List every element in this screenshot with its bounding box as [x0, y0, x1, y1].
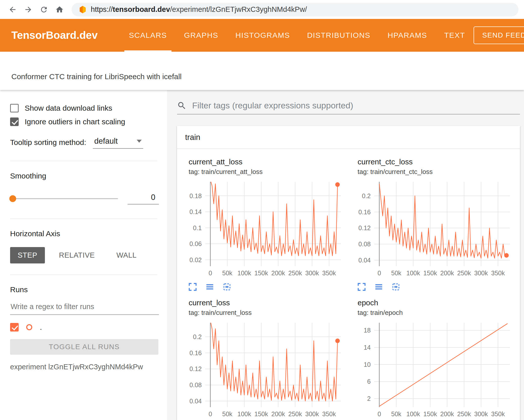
svg-text:100k: 100k [406, 269, 420, 277]
runs-filter-input[interactable] [10, 301, 159, 315]
show-download-links-checkbox[interactable] [10, 104, 19, 112]
flush-lines-icon[interactable] [205, 282, 216, 291]
svg-text:300k: 300k [305, 410, 319, 417]
tab-scalars[interactable]: SCALARS [120, 19, 176, 52]
svg-text:0.16: 0.16 [189, 349, 202, 356]
line-chart-epoch[interactable]: 26101418050k100k150k200k250k300k350k [351, 319, 518, 420]
reload-icon[interactable] [37, 3, 51, 17]
tab-graphs[interactable]: GRAPHS [176, 19, 227, 52]
line-chart-current-ctc-loss[interactable]: 0.040.080.120.160.2050k100k150k200k250k3… [351, 178, 518, 279]
show-download-links-label: Show data download links [25, 104, 112, 112]
main-content: train current_att_loss tag: train/curren… [167, 90, 524, 420]
svg-text:0: 0 [377, 269, 381, 277]
train-card-header[interactable]: train [177, 126, 520, 149]
back-icon[interactable] [6, 3, 20, 17]
tab-hparams[interactable]: HPARAMS [379, 19, 436, 52]
svg-text:300k: 300k [474, 410, 488, 417]
url-scheme: https:// [91, 5, 113, 13]
tensorboard-logo: TensorBoard.dev [11, 29, 98, 41]
toggle-all-runs-button[interactable]: TOGGLE ALL RUNS [10, 339, 158, 355]
svg-text:250k: 250k [457, 410, 471, 417]
svg-text:0.04: 0.04 [189, 398, 202, 405]
send-feedback-button[interactable]: SEND FEEDBACK [474, 26, 524, 44]
smoothing-slider-knob[interactable] [9, 195, 16, 202]
tab-text[interactable]: TEXT [436, 19, 474, 52]
svg-text:350k: 350k [491, 269, 505, 277]
chart-toolbar [357, 282, 518, 291]
horizontal-axis-label: Horizontal Axis [10, 229, 159, 238]
url-path: /experiment/lzGnETjwRxC3yghNMd4kPw/ [170, 5, 307, 13]
svg-text:150k: 150k [423, 410, 437, 417]
tab-distributions[interactable]: DISTRIBUTIONS [299, 19, 379, 52]
chart-toolbar [188, 282, 350, 291]
smoothing-value-field[interactable]: 0 [128, 193, 159, 204]
settings-sidebar: Show data download links Ignore outliers… [0, 90, 167, 420]
horizontal-axis-buttons: STEP RELATIVE WALL [10, 247, 159, 263]
url-domain: tensorboard.dev [113, 5, 170, 13]
flush-lines-icon[interactable] [374, 282, 385, 291]
nav-tabs: SCALARS GRAPHS HISTOGRAMS DISTRIBUTIONS … [120, 19, 474, 52]
run-row: . [10, 323, 159, 332]
run-checkbox[interactable] [10, 323, 19, 332]
svg-text:100k: 100k [406, 410, 420, 417]
runs-label: Runs [10, 285, 159, 294]
divider [10, 219, 157, 219]
svg-text:200k: 200k [271, 410, 285, 417]
tooltip-sorting-row: Tooltip sorting method: default [10, 137, 159, 149]
chart-block-current-ctc-loss: current_ctc_loss tag: train/current_ctc_… [350, 158, 518, 291]
svg-text:250k: 250k [288, 269, 302, 277]
line-chart-current-loss[interactable]: 0.040.080.120.160.2050k100k150k200k250k3… [182, 319, 350, 420]
fit-domain-icon[interactable] [222, 282, 233, 291]
svg-text:100k: 100k [238, 410, 251, 417]
svg-text:0: 0 [377, 410, 381, 417]
search-icon [177, 101, 187, 110]
smoothing-slider-row: 0 [10, 193, 159, 204]
chart-tag: tag: train/current_loss [189, 309, 350, 317]
ignore-outliers-row: Ignore outliers in chart scaling [10, 117, 159, 126]
svg-text:50k: 50k [222, 269, 232, 277]
axis-step-button[interactable]: STEP [10, 247, 45, 263]
svg-text:200k: 200k [440, 269, 454, 277]
ignore-outliers-checkbox[interactable] [10, 117, 19, 126]
chevron-down-icon [137, 140, 142, 143]
tensorboard-favicon [79, 6, 87, 14]
tooltip-sorting-value: default [94, 137, 118, 146]
experiment-bar: Conformer CTC training for LibriSpeech w… [0, 52, 524, 90]
home-icon[interactable] [52, 3, 67, 17]
divider [10, 275, 157, 275]
svg-text:2: 2 [367, 395, 371, 402]
run-color-swatch[interactable] [26, 324, 32, 330]
svg-text:10: 10 [364, 361, 371, 368]
svg-text:250k: 250k [288, 410, 302, 417]
fullscreen-icon[interactable] [188, 282, 199, 291]
chart-title: current_loss [189, 298, 350, 307]
tooltip-sorting-dropdown[interactable]: default [93, 137, 143, 149]
run-name: . [40, 323, 42, 332]
filter-tags-input[interactable] [192, 101, 520, 110]
show-download-links-row: Show data download links [10, 104, 159, 112]
app-header: TensorBoard.dev SCALARS GRAPHS HISTOGRAM… [0, 19, 524, 52]
address-bar[interactable]: https://tensorboard.dev/experiment/lzGnE… [72, 3, 518, 16]
svg-text:0.14: 0.14 [189, 208, 202, 215]
forward-icon[interactable] [21, 3, 35, 17]
train-card: train current_att_loss tag: train/curren… [177, 126, 520, 420]
svg-text:0.08: 0.08 [358, 241, 371, 248]
svg-text:350k: 350k [322, 269, 336, 277]
chart-title: epoch [358, 298, 518, 307]
tab-histograms[interactable]: HISTOGRAMS [227, 19, 299, 52]
chart-block-epoch: epoch tag: train/epoch 26101418050k100k1… [350, 298, 518, 420]
axis-wall-button[interactable]: WALL [109, 247, 144, 263]
svg-text:200k: 200k [271, 269, 285, 277]
smoothing-label: Smoothing [10, 172, 159, 180]
svg-text:14: 14 [364, 344, 371, 351]
smoothing-slider-track[interactable] [10, 198, 118, 199]
svg-text:0: 0 [209, 410, 212, 417]
content: Show data download links Ignore outliers… [0, 90, 524, 420]
axis-relative-button[interactable]: RELATIVE [51, 247, 102, 263]
svg-text:0.16: 0.16 [358, 208, 371, 216]
svg-text:50k: 50k [391, 410, 401, 417]
fullscreen-icon[interactable] [357, 282, 368, 291]
fit-domain-icon[interactable] [391, 282, 402, 291]
svg-text:50k: 50k [222, 410, 232, 417]
line-chart-current-att-loss[interactable]: 0.020.060.10.140.18050k100k150k200k250k3… [182, 178, 350, 279]
